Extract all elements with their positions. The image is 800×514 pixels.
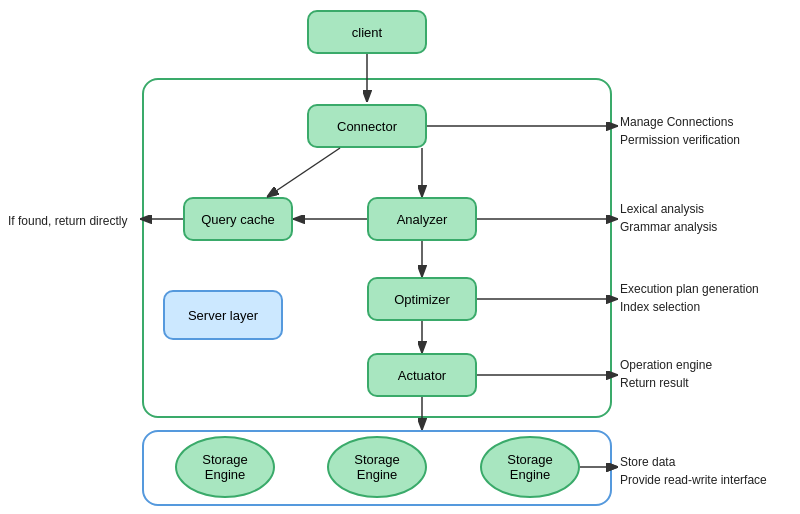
query-cache-left-label: If found, return directly	[8, 212, 127, 230]
actuator-box: Actuator	[367, 353, 477, 397]
storage-engine-2-label: Storage Engine	[354, 452, 400, 482]
analyzer-right-label: Lexical analysis Grammar analysis	[620, 200, 717, 236]
server-layer-label: Server layer	[188, 308, 258, 323]
connector-label: Connector	[337, 119, 397, 134]
query-cache-label: Query cache	[201, 212, 275, 227]
actuator-label: Actuator	[398, 368, 446, 383]
query-cache-box: Query cache	[183, 197, 293, 241]
storage-engine-1-box: Storage Engine	[175, 436, 275, 498]
actuator-right-label: Operation engine Return result	[620, 356, 712, 392]
storage-engine-3-label: Storage Engine	[507, 452, 553, 482]
optimizer-right-label: Execution plan generation Index selectio…	[620, 280, 759, 316]
storage-engine-3-box: Storage Engine	[480, 436, 580, 498]
optimizer-box: Optimizer	[367, 277, 477, 321]
diagram: client Connector Query cache Analyzer Op…	[0, 0, 800, 514]
client-box: client	[307, 10, 427, 54]
storage-engine-1-label: Storage Engine	[202, 452, 248, 482]
server-layer-box: Server layer	[163, 290, 283, 340]
analyzer-box: Analyzer	[367, 197, 477, 241]
storage-engine-2-box: Storage Engine	[327, 436, 427, 498]
optimizer-label: Optimizer	[394, 292, 450, 307]
connector-right-label: Manage Connections Permission verificati…	[620, 113, 740, 149]
connector-box: Connector	[307, 104, 427, 148]
client-label: client	[352, 25, 382, 40]
storage-right-label: Store data Provide read-write interface	[620, 453, 767, 489]
analyzer-label: Analyzer	[397, 212, 448, 227]
